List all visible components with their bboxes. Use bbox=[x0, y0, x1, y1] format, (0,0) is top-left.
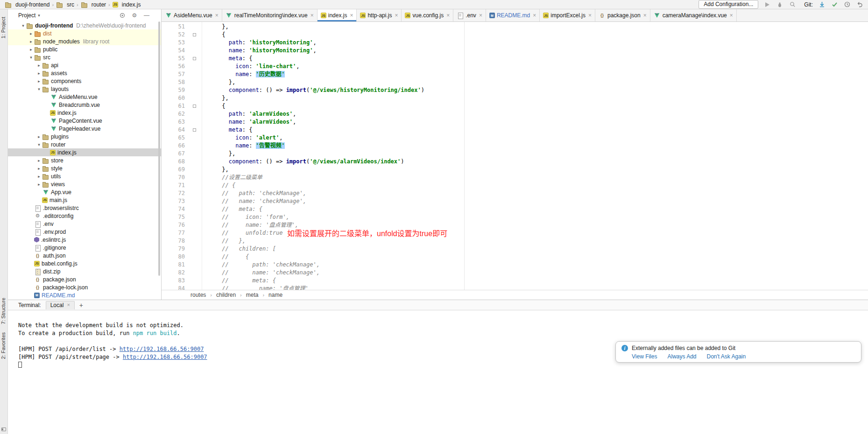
tool-window-button-structure[interactable]: 7: Structure bbox=[0, 298, 6, 324]
code-editor[interactable]: 51 },52 {53 path: 'historyMonitoring',54… bbox=[162, 22, 868, 290]
fold-icon[interactable] bbox=[193, 105, 196, 108]
tree-item-eslintrc-js[interactable]: .eslintrc.js bbox=[8, 236, 161, 244]
chevron-open-icon[interactable]: ▾ bbox=[36, 87, 42, 91]
tree-item-api[interactable]: ▸api bbox=[8, 61, 161, 69]
tree-item-router[interactable]: ▾router bbox=[8, 140, 161, 148]
close-icon[interactable]: × bbox=[533, 13, 536, 18]
tree-item-package-lock-json[interactable]: {}package-lock.json bbox=[8, 283, 161, 291]
breadcrumb-item-duoji-frontend[interactable]: duoji-frontend bbox=[5, 1, 49, 8]
chevron-open-icon[interactable]: ▾ bbox=[20, 23, 26, 28]
close-icon[interactable]: × bbox=[446, 13, 450, 18]
tree-item-gitignore[interactable]: .gitignore bbox=[8, 244, 161, 252]
fold-icon[interactable] bbox=[193, 57, 196, 60]
close-icon[interactable]: × bbox=[588, 13, 592, 18]
chevron-open-icon[interactable]: ▾ bbox=[36, 142, 42, 147]
tree-item-package-json[interactable]: {}package.json bbox=[8, 275, 161, 283]
tree-item-main-js[interactable]: JSmain.js bbox=[8, 196, 161, 204]
close-icon[interactable]: × bbox=[643, 13, 647, 18]
chevron-open-icon[interactable]: ▾ bbox=[28, 55, 34, 60]
editor-tab-readme-md[interactable]: MREADME.md× bbox=[486, 9, 540, 21]
fold-icon[interactable] bbox=[193, 33, 196, 36]
project-scrollbar[interactable] bbox=[158, 21, 160, 276]
breadcrumb-item-router[interactable]: router bbox=[81, 1, 106, 8]
editor-tab-http-api-js[interactable]: JShttp-api.js× bbox=[357, 9, 402, 21]
editor-tab-package-json[interactable]: {}package.json× bbox=[595, 9, 650, 21]
editor-breadcrumb-meta[interactable]: meta bbox=[246, 292, 259, 298]
chevron-closed-icon[interactable]: ▸ bbox=[36, 71, 42, 76]
terminal-tab-local[interactable]: Local × bbox=[46, 301, 75, 309]
tree-item-dist-zip[interactable]: dist.zip bbox=[8, 267, 161, 275]
tree-item-env-prod[interactable]: .env.prod bbox=[8, 228, 161, 236]
editor-tab-cameramanage-index-vue[interactable]: cameraManage\index.vue× bbox=[650, 9, 737, 21]
breadcrumb-item-index-js[interactable]: JSindex.js bbox=[113, 1, 141, 8]
chevron-closed-icon[interactable]: ▸ bbox=[36, 182, 42, 187]
tree-item-components[interactable]: ▸components bbox=[8, 77, 161, 85]
chevron-closed-icon[interactable]: ▸ bbox=[36, 79, 42, 84]
locate-file-icon[interactable] bbox=[119, 12, 126, 19]
close-icon[interactable]: × bbox=[395, 13, 398, 18]
tree-item-duoji-frontend[interactable]: ▾duoji-frontendD:\zheheWeb\duoji-fronten… bbox=[8, 21, 161, 29]
tree-item-browserslistrc[interactable]: .browserslistrc bbox=[8, 204, 161, 212]
tree-item-public[interactable]: ▸public bbox=[8, 45, 161, 53]
new-terminal-tab-button[interactable]: + bbox=[79, 302, 83, 308]
always-add-link[interactable]: Always Add bbox=[667, 353, 696, 360]
tree-item-assets[interactable]: ▸assets bbox=[8, 69, 161, 77]
hide-panel-icon[interactable]: — bbox=[143, 12, 150, 19]
breadcrumb-item-src[interactable]: src bbox=[56, 1, 74, 8]
editor-breadcrumb-routes[interactable]: routes bbox=[191, 292, 206, 298]
fold-icon[interactable] bbox=[193, 128, 196, 132]
tree-item-views[interactable]: ▸views bbox=[8, 180, 161, 188]
debug-icon[interactable] bbox=[776, 1, 783, 8]
editor-tab-index-js[interactable]: JSindex.js× bbox=[318, 9, 357, 21]
tree-item-dist[interactable]: ▸dist bbox=[8, 29, 161, 37]
chevron-closed-icon[interactable]: ▸ bbox=[28, 47, 34, 52]
tree-item-pageheader-vue[interactable]: PageHeader.vue bbox=[8, 125, 161, 133]
tree-item-breadcrumb-vue[interactable]: Breadcrumb.vue bbox=[8, 101, 161, 109]
chevron-closed-icon[interactable]: ▸ bbox=[28, 31, 34, 36]
tree-item-node-modules[interactable]: ▸node_moduleslibrary root bbox=[8, 37, 161, 45]
tree-item-index-js[interactable]: JSindex.js bbox=[8, 148, 161, 156]
chevron-closed-icon[interactable]: ▸ bbox=[36, 158, 42, 163]
close-icon[interactable]: × bbox=[311, 13, 314, 18]
close-icon[interactable]: × bbox=[215, 13, 219, 18]
tree-item-src[interactable]: ▾src bbox=[8, 53, 161, 61]
tree-item-auth-json[interactable]: {}auth.json bbox=[8, 252, 161, 259]
tree-item-babel-config-js[interactable]: JSbabel.config.js bbox=[8, 259, 161, 267]
don-t-ask-again-link[interactable]: Don't Ask Again bbox=[707, 353, 746, 360]
tool-window-button-project[interactable]: 1: Project bbox=[0, 17, 6, 38]
tree-item-index-js[interactable]: JSindex.js bbox=[8, 109, 161, 117]
chevron-closed-icon[interactable]: ▸ bbox=[28, 39, 34, 44]
project-view-selector[interactable]: Project bbox=[18, 12, 35, 19]
tree-item-app-vue[interactable]: App.vue bbox=[8, 188, 161, 196]
tree-item-layouts[interactable]: ▾layouts bbox=[8, 85, 161, 93]
close-icon[interactable]: × bbox=[67, 302, 70, 308]
chevron-closed-icon[interactable]: ▸ bbox=[36, 134, 42, 139]
close-icon[interactable]: × bbox=[479, 13, 482, 18]
editor-tab-env[interactable]: .env× bbox=[453, 9, 486, 21]
tree-item-env[interactable]: .env bbox=[8, 220, 161, 228]
terminal-cursor[interactable] bbox=[18, 362, 22, 368]
close-icon[interactable]: × bbox=[730, 13, 733, 18]
tool-window-switcher-icon[interactable] bbox=[1, 427, 6, 431]
tree-item-plugins[interactable]: ▸plugins bbox=[8, 133, 161, 140]
editor-tab-importexcel-js[interactable]: JSimportExcel.js× bbox=[540, 9, 595, 21]
tree-item-utils[interactable]: ▸utils bbox=[8, 172, 161, 180]
settings-gear-icon[interactable]: ⚙ bbox=[131, 12, 138, 19]
close-icon[interactable]: × bbox=[350, 13, 353, 18]
git-update-icon[interactable] bbox=[818, 1, 826, 8]
chevron-closed-icon[interactable]: ▸ bbox=[36, 63, 42, 68]
editor-tab-asidemenu-vue[interactable]: AsideMenu.vue× bbox=[162, 9, 222, 21]
editor-breadcrumb-name[interactable]: name bbox=[268, 292, 282, 298]
git-commit-icon[interactable] bbox=[831, 1, 838, 8]
search-everywhere-icon[interactable] bbox=[789, 1, 796, 8]
editor-tab-realtimemonitoring-index-vue[interactable]: realTimeMonitoring\index.vue× bbox=[222, 9, 318, 21]
tree-item-store[interactable]: ▸store bbox=[8, 156, 161, 164]
run-icon[interactable] bbox=[763, 1, 771, 8]
tree-item-pagecontent-vue[interactable]: PageContent.vue bbox=[8, 117, 161, 125]
tree-item-style[interactable]: ▸style bbox=[8, 164, 161, 172]
view-files-link[interactable]: View Files bbox=[632, 353, 657, 360]
chevron-closed-icon[interactable]: ▸ bbox=[36, 174, 42, 179]
chevron-closed-icon[interactable]: ▸ bbox=[36, 166, 42, 171]
undo-icon[interactable] bbox=[856, 1, 863, 8]
tree-item-readme-md[interactable]: MREADME.md bbox=[8, 291, 161, 299]
